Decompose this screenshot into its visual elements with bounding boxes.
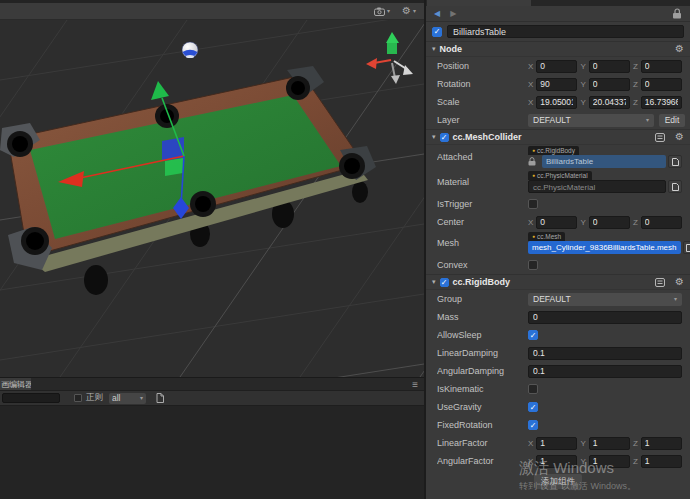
- group-dropdown[interactable]: DEFAULT ▾: [528, 293, 682, 306]
- position-y-input[interactable]: [589, 60, 630, 73]
- material-asset-field[interactable]: cc.PhysicMaterial: [528, 180, 666, 193]
- node-name-row: ✓: [426, 22, 690, 41]
- lineardamping-row: LinearDamping: [426, 344, 690, 362]
- scene-toolbar: ▾ ⚙ ▾: [0, 3, 424, 20]
- linearfactor-x-input[interactable]: [536, 437, 577, 450]
- rotation-y-input[interactable]: [589, 78, 630, 91]
- asset-doc-icon: [686, 244, 690, 252]
- scale-z-input[interactable]: [641, 96, 682, 109]
- convex-checkbox[interactable]: ✓: [528, 260, 538, 270]
- inspector-footer: 添加组件: [426, 470, 690, 499]
- scale-x-input[interactable]: [536, 96, 577, 109]
- scene-settings-button[interactable]: ⚙ ▾: [402, 6, 416, 16]
- mesh-asset-field[interactable]: mesh_Cylinder_9836BilliardsTable.mesh: [528, 241, 681, 254]
- section-title: cc.MeshCollider: [453, 132, 522, 142]
- scene-viewport[interactable]: [0, 20, 424, 377]
- fixedrotation-checkbox[interactable]: ✓: [528, 420, 538, 430]
- inspector-tab[interactable]: [427, 0, 531, 6]
- node-name-input[interactable]: [447, 25, 684, 38]
- rigidbody-section-header[interactable]: ▾ ✓ cc.RigidBody ⚙: [426, 274, 690, 290]
- convex-row: Convex ✓: [426, 256, 690, 274]
- rotation-x-input[interactable]: [536, 78, 577, 91]
- add-component-button[interactable]: 添加组件: [534, 474, 582, 489]
- attached-asset-field[interactable]: BilliardsTable: [542, 155, 666, 168]
- position-x-input[interactable]: [536, 60, 577, 73]
- attached-locate-button[interactable]: [668, 155, 682, 168]
- node-active-checkbox[interactable]: ✓: [432, 27, 442, 37]
- usegravity-checkbox[interactable]: ✓: [528, 402, 538, 412]
- position-z-input[interactable]: [641, 60, 682, 73]
- console-content[interactable]: [0, 406, 424, 499]
- log-filter-dropdown[interactable]: all ▾: [109, 393, 146, 404]
- linearfactor-y-input[interactable]: [589, 437, 630, 450]
- scene-panel: ▾ ⚙ ▾: [0, 0, 424, 499]
- chevron-down-icon: ▾: [387, 8, 390, 14]
- inspector-nav-bar: ◀ ▶: [426, 6, 690, 22]
- fixedrotation-row: FixedRotation ✓: [426, 416, 690, 434]
- clear-log-button[interactable]: [156, 393, 164, 403]
- node-settings-gear-icon[interactable]: ⚙: [675, 44, 684, 54]
- group-row: Group DEFAULT ▾: [426, 290, 690, 308]
- center-z-input[interactable]: [641, 216, 682, 229]
- allowsleep-checkbox[interactable]: ✓: [528, 330, 538, 340]
- panel-menu-icon[interactable]: ≡: [412, 378, 418, 391]
- material-locate-button[interactable]: [668, 180, 682, 193]
- collapse-caret-icon[interactable]: ▾: [432, 45, 436, 53]
- node-section-header[interactable]: ▾ Node ⚙: [426, 41, 690, 57]
- angularfactor-z-input[interactable]: [641, 455, 682, 468]
- collapse-caret-icon[interactable]: ▾: [432, 133, 436, 141]
- asset-doc-icon: [672, 183, 679, 191]
- rigidbody-enabled-checkbox[interactable]: ✓: [440, 278, 449, 287]
- chevron-down-icon: ▾: [140, 395, 143, 401]
- document-icon: [156, 393, 164, 403]
- forward-button[interactable]: ▶: [450, 9, 456, 18]
- regex-label: 正则: [86, 392, 103, 404]
- mesh-row: Mesh ● cc.Mesh mesh_Cylinder_9836Billiar…: [426, 231, 690, 256]
- mass-input[interactable]: [528, 311, 682, 324]
- gizmo-plane-green[interactable]: [165, 158, 183, 176]
- chevron-down-icon: ▾: [674, 296, 677, 302]
- type-dot-icon: ●: [532, 148, 535, 153]
- istrigger-checkbox[interactable]: ✓: [528, 199, 538, 209]
- collapse-caret-icon[interactable]: ▾: [432, 278, 436, 286]
- iskinematic-row: IsKinematic ✓: [426, 380, 690, 398]
- tab-editor[interactable]: 画编辑器: [0, 378, 31, 390]
- lineardamping-input[interactable]: [528, 347, 682, 360]
- back-button[interactable]: ◀: [434, 9, 440, 18]
- scale-y-input[interactable]: [589, 96, 630, 109]
- section-title: Node: [440, 44, 463, 54]
- regex-checkbox[interactable]: [74, 394, 82, 402]
- meshcollider-section-header[interactable]: ▾ ✓ cc.MeshCollider ⚙: [426, 129, 690, 145]
- gear-icon: ⚙: [402, 6, 411, 16]
- linearfactor-row: LinearFactor X Y Z: [426, 434, 690, 452]
- search-input[interactable]: [2, 393, 60, 403]
- component-settings-gear-icon[interactable]: ⚙: [675, 277, 684, 287]
- layer-row: Layer DEFAULT ▾ Edit: [426, 111, 690, 129]
- position-row: Position X Y Z: [426, 57, 690, 75]
- attached-row: Attached ● cc.RigidBody BilliardsTable: [426, 145, 690, 170]
- component-settings-gear-icon[interactable]: ⚙: [675, 132, 684, 142]
- meshcollider-enabled-checkbox[interactable]: ✓: [440, 133, 449, 142]
- lock-icon[interactable]: [672, 8, 682, 19]
- billiard-ball[interactable]: [182, 42, 198, 58]
- linearfactor-z-input[interactable]: [641, 437, 682, 450]
- section-title: cc.RigidBody: [453, 277, 511, 287]
- inspector-tab-strip: [426, 0, 690, 6]
- angularfactor-x-input[interactable]: [536, 455, 577, 468]
- rotation-row: Rotation X Y Z: [426, 75, 690, 93]
- camera-menu-button[interactable]: ▾: [374, 7, 390, 16]
- angularfactor-y-input[interactable]: [589, 455, 630, 468]
- help-doc-icon[interactable]: [655, 133, 665, 142]
- center-x-input[interactable]: [536, 216, 577, 229]
- mesh-locate-button[interactable]: [683, 241, 690, 254]
- angularfactor-row: AngularFactor X Y Z: [426, 452, 690, 470]
- rotation-z-input[interactable]: [641, 78, 682, 91]
- angulardamping-input[interactable]: [528, 365, 682, 378]
- chevron-down-icon: ▾: [413, 8, 416, 14]
- layer-edit-button[interactable]: Edit: [659, 114, 685, 127]
- help-doc-icon[interactable]: [655, 278, 665, 287]
- mass-row: Mass: [426, 308, 690, 326]
- iskinematic-checkbox[interactable]: ✓: [528, 384, 538, 394]
- center-y-input[interactable]: [589, 216, 630, 229]
- layer-dropdown[interactable]: DEFAULT ▾: [528, 114, 654, 127]
